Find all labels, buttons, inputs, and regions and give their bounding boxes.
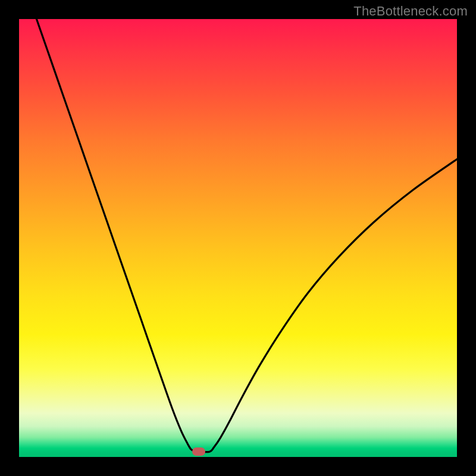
plot-area <box>19 19 457 457</box>
chart-frame: TheBottleneck.com <box>0 0 476 476</box>
bottleneck-curve <box>19 19 457 457</box>
watermark-text: TheBottleneck.com <box>353 4 468 19</box>
optimal-marker <box>192 447 205 456</box>
